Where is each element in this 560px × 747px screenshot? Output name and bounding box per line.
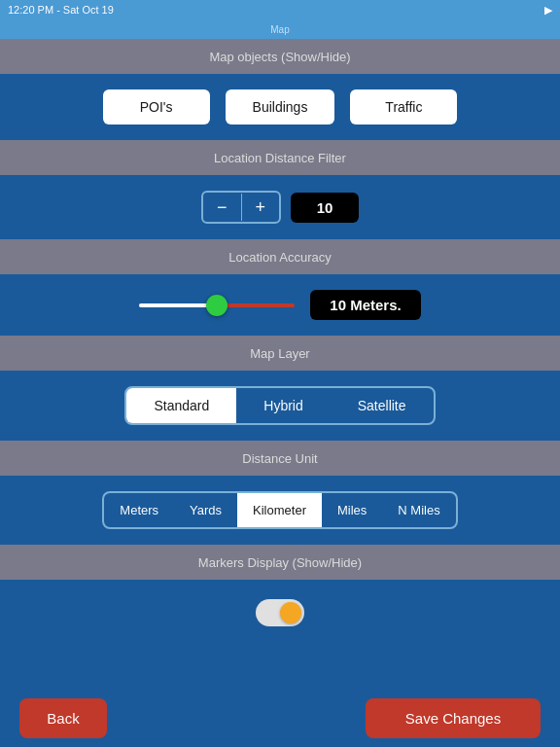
markers-toggle-container	[256, 599, 304, 626]
layer-satellite-button[interactable]: Satellite	[331, 388, 434, 423]
location-distance-header: Location Distance Filter	[0, 140, 560, 175]
location-accuracy-header: Location Accuracy	[0, 239, 560, 274]
layer-standard-button[interactable]: Standard	[126, 388, 236, 423]
map-objects-header: Map objects (Show/Hide)	[0, 39, 560, 74]
traffic-button[interactable]: Traffic	[350, 89, 457, 124]
poi-button[interactable]: POI's	[103, 89, 210, 124]
bottom-bar: Back Save Changes	[0, 689, 560, 747]
stepper: − +	[201, 191, 281, 224]
map-layer-group: Standard Hybrid Satellite	[124, 386, 435, 425]
map-objects-group: POI's Buildings Traffic	[19, 89, 541, 124]
markers-display-header: Markers Display (Show/Hide)	[0, 545, 560, 580]
unit-meters-button[interactable]: Meters	[104, 493, 174, 527]
increment-button[interactable]: +	[242, 193, 280, 222]
unit-yards-button[interactable]: Yards	[174, 493, 237, 527]
status-bar: 12:20 PM - Sat Oct 19 ▶	[0, 0, 560, 19]
map-objects-content: POI's Buildings Traffic	[0, 74, 560, 140]
accuracy-slider-row: 10 Meters.	[19, 290, 541, 320]
markers-toggle[interactable]	[256, 599, 304, 626]
toggle-knob	[280, 602, 301, 623]
accuracy-value: 10 Meters.	[310, 290, 420, 320]
slider-thumb[interactable]	[206, 295, 228, 316]
distance-filter-row: − + 10	[201, 191, 359, 224]
status-time: 12:20 PM - Sat Oct 19	[8, 4, 114, 16]
buildings-button[interactable]: Buildings	[226, 89, 335, 124]
location-accuracy-content: 10 Meters.	[0, 274, 560, 336]
markers-display-content	[0, 580, 560, 646]
unit-kilometer-button[interactable]: Kilometer	[237, 493, 322, 527]
map-preview: Map	[0, 19, 560, 39]
unit-nmiles-button[interactable]: N Miles	[382, 493, 455, 527]
slider-track[interactable]	[139, 303, 295, 307]
slider-track-filled	[139, 303, 217, 307]
location-distance-content: − + 10	[0, 175, 560, 239]
status-signal: ▶	[544, 4, 552, 17]
map-layer-content: Standard Hybrid Satellite	[0, 371, 560, 441]
unit-miles-button[interactable]: Miles	[322, 493, 382, 527]
save-changes-button[interactable]: Save Changes	[366, 698, 541, 738]
distance-unit-content: Meters Yards Kilometer Miles N Miles	[0, 476, 560, 545]
distance-unit-header: Distance Unit	[0, 441, 560, 476]
decrement-button[interactable]: −	[203, 193, 241, 222]
distance-unit-group: Meters Yards Kilometer Miles N Miles	[102, 491, 457, 529]
layer-hybrid-button[interactable]: Hybrid	[236, 388, 330, 423]
distance-value: 10	[291, 193, 359, 223]
map-layer-header: Map Layer	[0, 336, 560, 371]
back-button[interactable]: Back	[19, 698, 107, 738]
map-preview-label: Map	[270, 24, 289, 35]
